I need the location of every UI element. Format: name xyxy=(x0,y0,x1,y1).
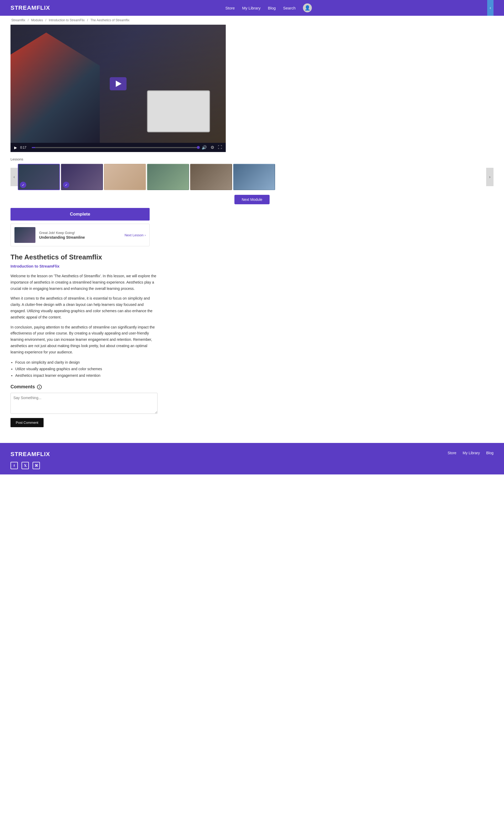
footer-nav: Store My Library Blog xyxy=(448,451,494,455)
video-thumbnail[interactable] xyxy=(10,25,226,143)
settings-icon[interactable]: ⚙ xyxy=(210,145,214,150)
lesson-bullet-2: Utilize visually appealing graphics and … xyxy=(15,366,157,372)
footer-nav-blog[interactable]: Blog xyxy=(486,451,494,455)
video-controls-bar: ▶ 0:17 🔊 ⚙ ⛶ xyxy=(10,143,226,152)
video-play-button[interactable] xyxy=(110,77,126,90)
lesson-complete-badge-2: ✓ xyxy=(63,182,69,188)
comments-info-icon: i xyxy=(37,385,42,390)
next-module-wrap: Next Module xyxy=(10,195,494,204)
video-laptop-prop xyxy=(147,90,210,132)
lesson-thumb-3 xyxy=(105,164,145,190)
video-time: 0:17 xyxy=(20,146,29,149)
lesson-complete-badge-1: ✓ xyxy=(20,182,26,188)
next-lesson-link-text: Next Lesson xyxy=(124,233,143,237)
complete-bar[interactable]: Complete xyxy=(10,208,150,221)
next-lesson-card: Great Job! Keep Going! Understanding Str… xyxy=(10,224,150,246)
instagram-icon[interactable]: ⌘ xyxy=(33,462,40,469)
video-progress-bar[interactable] xyxy=(32,147,199,148)
video-progress-fill xyxy=(32,147,35,148)
lesson-content: The Aesthetics of Streamflix Introductio… xyxy=(10,253,157,379)
breadcrumb-item-4: The Aesthetics of Streamflix xyxy=(91,18,130,22)
footer-social: f 𝕏 ⌘ xyxy=(10,462,50,469)
lesson-bullets: Focus on simplicity and clarity in desig… xyxy=(15,359,157,379)
lesson-title: The Aesthetics of Streamflix xyxy=(10,253,157,261)
play-pause-button[interactable]: ▶ xyxy=(14,145,17,150)
lesson-module-link[interactable]: Introduction to StreamFlix xyxy=(10,264,157,268)
lessons-label: Lessons xyxy=(10,157,494,161)
next-module-button[interactable]: Next Module xyxy=(234,195,270,204)
nav-store[interactable]: Store xyxy=(226,6,235,10)
next-lesson-title: Understanding Streamline xyxy=(39,235,121,239)
video-control-icons: 🔊 ⚙ ⛶ xyxy=(202,145,222,150)
video-progress-dot xyxy=(197,146,200,149)
footer-left: STREAMFLIX f 𝕏 ⌘ xyxy=(10,451,50,469)
footer-nav-my-library[interactable]: My Library xyxy=(463,451,480,455)
lesson-thumb-4 xyxy=(148,164,188,190)
lesson-thumb-6 xyxy=(234,164,274,190)
next-lesson-label: Great Job! Keep Going! xyxy=(39,231,121,235)
comments-textarea[interactable] xyxy=(10,393,157,414)
lesson-item-6[interactable] xyxy=(233,164,275,190)
expand-panel-button[interactable]: ‹ xyxy=(487,0,494,16)
volume-icon[interactable]: 🔊 xyxy=(202,145,207,150)
lesson-item-3[interactable] xyxy=(104,164,146,190)
breadcrumb-item-2[interactable]: Modules xyxy=(31,18,43,22)
lesson-paragraph-1: Welcome to the lesson on 'The Aesthetics… xyxy=(10,273,157,292)
carousel-prev-button[interactable]: ‹ xyxy=(10,168,18,186)
next-lesson-chevron: › xyxy=(145,233,146,237)
nav-search[interactable]: Search xyxy=(283,6,296,10)
lesson-thumb-5 xyxy=(190,164,232,190)
footer: STREAMFLIX f 𝕏 ⌘ Store My Library Blog xyxy=(0,443,504,475)
next-lesson-thumbnail xyxy=(14,227,35,243)
carousel-items: ✓ ✓ xyxy=(18,164,486,190)
post-comment-button[interactable]: Post Comment xyxy=(10,418,43,427)
lesson-item-1[interactable]: ✓ xyxy=(18,164,60,190)
carousel-next-button[interactable]: › xyxy=(486,168,494,186)
comments-section: Comments i Post Comment xyxy=(10,384,157,427)
breadcrumb-item-3[interactable]: Introduction to StreamFlix xyxy=(49,18,85,22)
header-logo: STREAMFLIX xyxy=(10,4,50,11)
breadcrumb: Streamflix / Modules / Introduction to S… xyxy=(0,16,504,25)
lesson-item-4[interactable] xyxy=(147,164,189,190)
lesson-bullet-3: Aesthetics impact learner engagement and… xyxy=(15,372,157,379)
nav-my-library[interactable]: My Library xyxy=(242,6,260,10)
lesson-item-5[interactable] xyxy=(190,164,232,190)
facebook-icon[interactable]: f xyxy=(10,462,18,469)
footer-top: STREAMFLIX f 𝕏 ⌘ Store My Library Blog xyxy=(10,451,494,469)
lessons-section: Lessons ‹ ✓ ✓ › xyxy=(10,157,494,190)
fullscreen-icon[interactable]: ⛶ xyxy=(218,145,222,150)
comments-header: Comments i xyxy=(10,384,157,390)
footer-logo: STREAMFLIX xyxy=(10,451,50,458)
avatar[interactable]: 👤 xyxy=(303,3,312,12)
lesson-item-2[interactable]: ✓ xyxy=(61,164,103,190)
lesson-body: Welcome to the lesson on 'The Aesthetics… xyxy=(10,273,157,355)
lesson-bullet-1: Focus on simplicity and clarity in desig… xyxy=(15,359,157,366)
comments-title: Comments xyxy=(10,384,35,390)
breadcrumb-item-1[interactable]: Streamflix xyxy=(11,18,25,22)
video-container: ▶ 0:17 🔊 ⚙ ⛶ xyxy=(10,25,226,152)
next-lesson-info: Great Job! Keep Going! Understanding Str… xyxy=(35,231,124,239)
footer-nav-store[interactable]: Store xyxy=(448,451,456,455)
header: STREAMFLIX Store My Library Blog Search … xyxy=(0,0,504,16)
nav-blog[interactable]: Blog xyxy=(268,6,276,10)
lesson-paragraph-2: When it comes to the aesthetics of strea… xyxy=(10,295,157,320)
lesson-paragraph-3: In conclusion, paying attention to the a… xyxy=(10,324,157,355)
header-nav: Store My Library Blog Search 👤 xyxy=(226,3,312,12)
lessons-carousel: ‹ ✓ ✓ › xyxy=(10,164,494,190)
twitter-icon[interactable]: 𝕏 xyxy=(22,462,29,469)
next-lesson-link[interactable]: Next Lesson › xyxy=(124,233,146,237)
